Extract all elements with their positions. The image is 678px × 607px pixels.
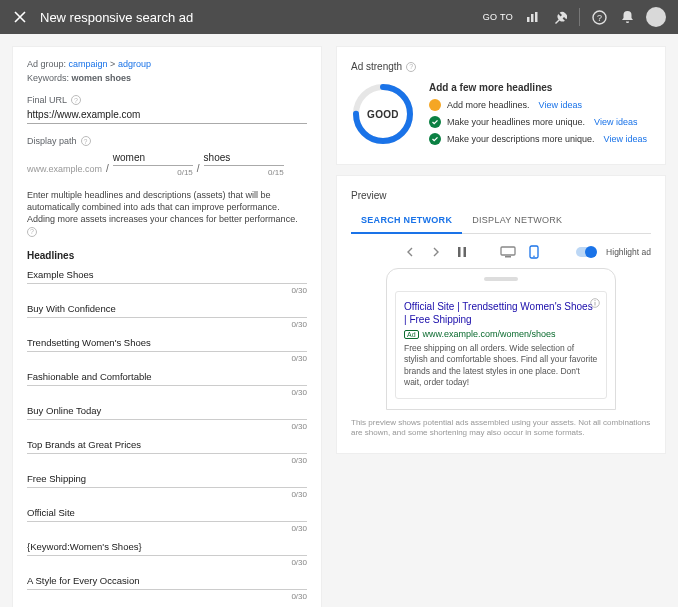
help-icon[interactable]: ? — [406, 62, 416, 72]
char-counter: 0/30 — [27, 422, 307, 431]
mobile-icon[interactable] — [526, 244, 542, 260]
intro-text: Enter multiple headlines and description… — [27, 189, 307, 238]
status-dot-icon — [429, 99, 441, 111]
headlines-heading: Headlines — [27, 250, 307, 261]
help-icon[interactable]: ? — [71, 95, 81, 105]
close-icon[interactable] — [12, 9, 28, 25]
prev-icon[interactable] — [402, 244, 418, 260]
headline-input[interactable]: Example Shoes — [27, 269, 307, 284]
svg-rect-2 — [535, 12, 538, 22]
ad-strength-value: GOOD — [351, 82, 415, 146]
breadcrumb-adgroup[interactable]: adgroup — [118, 59, 151, 69]
final-url-label: Final URL? — [27, 95, 307, 105]
help-icon[interactable]: ? — [590, 8, 608, 26]
recommendation-text: Add more headlines. — [447, 100, 530, 110]
recommendation-text: Make your headlines more unique. — [447, 117, 585, 127]
char-counter: 0/30 — [27, 286, 307, 295]
headline-input[interactable]: Trendsetting Women's Shoes — [27, 337, 307, 352]
headline-input[interactable]: Fashionable and Comfortable — [27, 371, 307, 386]
display-path-domain: www.example.com — [27, 164, 102, 177]
recommendations-title: Add a few more headlines — [429, 82, 651, 93]
next-icon[interactable] — [428, 244, 444, 260]
headline-input[interactable]: Top Brands at Great Prices — [27, 439, 307, 454]
char-counter: 0/30 — [27, 524, 307, 533]
char-counter: 0/15 — [204, 168, 284, 177]
char-counter: 0/30 — [27, 354, 307, 363]
view-ideas-link[interactable]: View ideas — [604, 134, 647, 144]
ad-preview: Official Site | Trendsetting Women's Sho… — [395, 291, 607, 399]
preview-card: Preview SEARCH NETWORK DISPLAY NETWORK H… — [336, 175, 666, 454]
char-counter: 0/30 — [27, 558, 307, 567]
editor-card: Ad group: campaign > adgroup Keywords: w… — [12, 46, 322, 607]
device-frame: Official Site | Trendsetting Women's Sho… — [386, 268, 616, 410]
keywords-row: Keywords: women shoes — [27, 73, 307, 83]
tab-search-network[interactable]: SEARCH NETWORK — [351, 209, 462, 234]
ad-strength-gauge: GOOD — [351, 82, 415, 146]
svg-text:?: ? — [596, 12, 601, 22]
headline-input[interactable]: Free Shipping — [27, 473, 307, 488]
char-counter: 0/30 — [27, 388, 307, 397]
svg-rect-14 — [594, 302, 595, 306]
preview-tabs: SEARCH NETWORK DISPLAY NETWORK — [351, 209, 651, 234]
ad-strength-title: Ad strength — [351, 61, 402, 72]
svg-rect-0 — [527, 17, 530, 22]
breadcrumb: Ad group: campaign > adgroup — [27, 59, 307, 69]
highlight-toggle[interactable] — [576, 247, 596, 257]
preview-disclaimer: This preview shows potential ads assembl… — [351, 418, 651, 439]
char-counter: 0/15 — [113, 168, 193, 177]
top-bar: New responsive search ad GO TO ? — [0, 0, 678, 34]
highlight-label: Highlight ad — [606, 247, 651, 257]
headline-input[interactable]: {Keyword:Women's Shoes} — [27, 541, 307, 556]
breadcrumb-label: Ad group: — [27, 59, 66, 69]
ad-badge: Ad — [404, 330, 419, 339]
char-counter: 0/30 — [27, 592, 307, 601]
ad-description: Free shipping on all orders. Wide select… — [404, 343, 598, 389]
final-url-input[interactable]: https://www.example.com — [27, 105, 307, 124]
view-ideas-link[interactable]: View ideas — [594, 117, 637, 127]
page-title: New responsive search ad — [40, 10, 483, 25]
separator — [579, 8, 580, 26]
char-counter: 0/30 — [27, 320, 307, 329]
svg-rect-7 — [458, 247, 461, 257]
headline-input[interactable]: Buy With Confidence — [27, 303, 307, 318]
svg-point-15 — [594, 300, 595, 301]
svg-rect-9 — [501, 247, 515, 255]
keywords-value: women shoes — [72, 73, 132, 83]
breadcrumb-campaign[interactable]: campaign — [69, 59, 108, 69]
desktop-icon[interactable] — [500, 244, 516, 260]
svg-point-12 — [533, 256, 535, 258]
svg-rect-10 — [505, 256, 511, 258]
display-path-label: Display path? — [27, 136, 307, 146]
avatar[interactable] — [646, 7, 666, 27]
view-ideas-link[interactable]: View ideas — [539, 100, 582, 110]
ad-display-url: www.example.com/women/shoes — [423, 329, 556, 339]
ad-headline: Official Site | Trendsetting Women's Sho… — [404, 300, 598, 326]
status-dot-icon — [429, 133, 441, 145]
tools-icon[interactable] — [551, 8, 569, 26]
pause-icon[interactable] — [454, 244, 470, 260]
info-icon[interactable] — [590, 298, 600, 308]
preview-title: Preview — [351, 190, 651, 201]
notifications-icon[interactable] — [618, 8, 636, 26]
help-icon[interactable]: ? — [81, 136, 91, 146]
char-counter: 0/30 — [27, 456, 307, 465]
ad-strength-card: Ad strength? GOOD Add a few more headlin… — [336, 46, 666, 165]
tab-display-network[interactable]: DISPLAY NETWORK — [462, 209, 572, 233]
reports-icon[interactable] — [523, 8, 541, 26]
recommendation-text: Make your descriptions more unique. — [447, 134, 595, 144]
display-path-1[interactable]: women — [113, 150, 193, 166]
svg-rect-1 — [531, 14, 534, 22]
goto-button[interactable]: GO TO — [483, 12, 513, 22]
headline-input[interactable]: Buy Online Today — [27, 405, 307, 420]
headline-input[interactable]: Official Site — [27, 507, 307, 522]
char-counter: 0/30 — [27, 490, 307, 499]
help-icon[interactable]: ? — [27, 227, 37, 237]
headline-input[interactable]: A Style for Every Occasion — [27, 575, 307, 590]
svg-rect-8 — [464, 247, 467, 257]
status-dot-icon — [429, 116, 441, 128]
display-path-2[interactable]: shoes — [204, 150, 284, 166]
